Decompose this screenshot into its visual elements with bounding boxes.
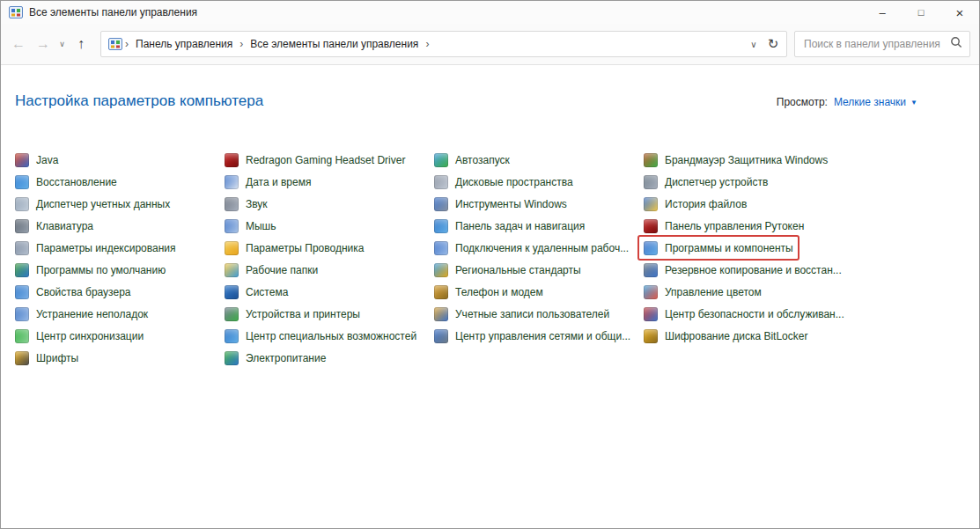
- control-panel-item[interactable]: Брандмауэр Защитника Windows: [639, 149, 832, 171]
- forward-icon[interactable]: →: [31, 32, 55, 56]
- control-panel-item[interactable]: Управление цветом: [639, 281, 766, 303]
- item-label: Центр синхронизации: [36, 330, 144, 342]
- control-panel-item[interactable]: Восстановление: [11, 171, 122, 193]
- phone-modem-icon: [434, 285, 448, 299]
- refresh-icon[interactable]: ↻: [763, 36, 783, 52]
- item-label: Устранение неполадок: [36, 308, 148, 320]
- control-panel-item[interactable]: Свойства браузера: [11, 281, 136, 303]
- item-label: Звук: [246, 198, 268, 210]
- file-history-icon: [644, 197, 658, 211]
- view-mode-value: Мелкие значки: [834, 96, 906, 108]
- back-icon[interactable]: ←: [6, 32, 31, 56]
- control-panel-item[interactable]: Программы по умолчанию: [11, 259, 170, 281]
- item-label: Redragon Gaming Headset Driver: [246, 154, 405, 166]
- control-panel-item[interactable]: Диспетчер учетных данных: [11, 193, 174, 215]
- control-panel-item[interactable]: Центр синхронизации: [11, 325, 148, 347]
- control-panel-item[interactable]: Мышь: [220, 215, 281, 237]
- address-bar[interactable]: › Панель управления › Все элементы панел…: [100, 31, 787, 57]
- control-panel-item[interactable]: Учетные записи пользователей: [430, 303, 614, 325]
- item-label: Региональные стандарты: [455, 264, 581, 276]
- item-label: Шифрование диска BitLocker: [665, 330, 807, 342]
- item-label: Центр специальных возможностей: [246, 330, 416, 342]
- control-panel-item[interactable]: Подключения к удаленным рабоч...: [430, 237, 633, 259]
- item-label: Управление цветом: [665, 286, 762, 298]
- control-panel-item[interactable]: Java: [11, 149, 63, 171]
- power-options-icon: [225, 351, 239, 365]
- control-panel-item[interactable]: Клавиатура: [11, 215, 98, 237]
- recent-locations-icon[interactable]: ∨: [55, 32, 69, 56]
- credential-manager-icon: [15, 197, 29, 211]
- item-label: Центр управления сетями и общи...: [455, 330, 630, 342]
- breadcrumb-chevron-icon: ›: [237, 38, 246, 50]
- sound-icon: [225, 197, 239, 211]
- control-panel-item[interactable]: История файлов: [639, 193, 751, 215]
- fonts-icon: [15, 351, 29, 365]
- minimize-icon[interactable]: –: [863, 1, 902, 24]
- control-panel-item[interactable]: Шрифты: [11, 347, 83, 369]
- control-panel-item[interactable]: Redragon Gaming Headset Driver: [220, 149, 409, 171]
- item-label: Java: [36, 154, 58, 166]
- control-panel-item[interactable]: Панель управления Рутокен: [639, 215, 808, 237]
- breadcrumb-chevron-icon: ›: [423, 38, 431, 50]
- breadcrumb-item-control-panel[interactable]: Панель управления: [131, 38, 237, 50]
- control-panel-item[interactable]: Региональные стандарты: [430, 259, 586, 281]
- control-panel-item[interactable]: Рабочие папки: [220, 259, 322, 281]
- item-label: Диспетчер учетных данных: [36, 198, 170, 210]
- control-panel-item[interactable]: Параметры Проводника: [220, 237, 368, 259]
- control-panel-item[interactable]: Центр безопасности и обслуживан...: [639, 303, 849, 325]
- control-panel-item[interactable]: Шифрование диска BitLocker: [639, 325, 812, 347]
- recovery-icon: [15, 175, 29, 189]
- up-icon[interactable]: ↑: [69, 32, 93, 56]
- internet-options-icon: [15, 285, 29, 299]
- autoplay-icon: [434, 153, 448, 167]
- control-panel-item[interactable]: Телефон и модем: [430, 281, 548, 303]
- item-label: Резервное копирование и восстан...: [665, 264, 842, 276]
- taskbar-navigation-icon: [434, 219, 448, 233]
- troubleshooting-icon: [15, 307, 29, 321]
- item-label: Брандмауэр Защитника Windows: [665, 154, 828, 166]
- control-panel-item[interactable]: Устройства и принтеры: [220, 303, 365, 325]
- search-box[interactable]: [794, 31, 970, 57]
- control-panel-item[interactable]: Устранение неполадок: [11, 303, 152, 325]
- keyboard-icon: [15, 219, 29, 233]
- item-label: Свойства браузера: [36, 286, 131, 298]
- control-panel-item[interactable]: Дисковые пространства: [430, 171, 578, 193]
- control-panel-item[interactable]: Программы и компоненты: [639, 237, 798, 259]
- content-header: Настройка параметров компьютера Просмотр…: [15, 92, 979, 110]
- network-sharing-center-icon: [434, 329, 448, 343]
- control-panel-item[interactable]: Диспетчер устройств: [639, 171, 772, 193]
- search-icon[interactable]: [950, 36, 962, 52]
- indexing-options-icon: [15, 241, 29, 255]
- maximize-icon[interactable]: □: [902, 1, 940, 24]
- control-panel-item[interactable]: Система: [220, 281, 292, 303]
- control-panel-item[interactable]: Дата и время: [220, 171, 315, 193]
- control-panel-item[interactable]: Панель задач и навигация: [430, 215, 589, 237]
- navigation-bar: ← → ∨ ↑ › Панель управления › Все элемен…: [1, 24, 979, 65]
- control-panel-item[interactable]: Параметры индексирования: [11, 237, 180, 259]
- item-label: Панель управления Рутокен: [665, 220, 804, 232]
- control-panel-item[interactable]: Резервное копирование и восстан...: [639, 259, 846, 281]
- breadcrumb-item-all-items[interactable]: Все элементы панели управления: [246, 38, 423, 50]
- view-mode-dropdown[interactable]: Мелкие значки ▼: [834, 96, 917, 108]
- control-panel-item[interactable]: Автозапуск: [430, 149, 514, 171]
- file-explorer-options-icon: [225, 241, 239, 255]
- control-panel-item[interactable]: Звук: [220, 193, 272, 215]
- address-dropdown-icon[interactable]: ∨: [744, 40, 763, 49]
- item-label: Электропитание: [246, 352, 326, 364]
- backup-restore-icon: [644, 263, 658, 277]
- control-panel-icon: [108, 37, 122, 51]
- sync-center-icon: [15, 329, 29, 343]
- items-grid: JavaВосстановлениеДиспетчер учетных данн…: [15, 149, 979, 369]
- control-panel-item[interactable]: Электропитание: [220, 347, 330, 369]
- system-icon: [225, 285, 239, 299]
- control-panel-item[interactable]: Центр управления сетями и общи...: [430, 325, 635, 347]
- item-label: Центр безопасности и обслуживан...: [665, 308, 844, 320]
- control-panel-item[interactable]: Центр специальных возможностей: [220, 325, 421, 347]
- color-management-icon: [644, 285, 658, 299]
- control-panel-item[interactable]: Инструменты Windows: [430, 193, 571, 215]
- ease-of-access-icon: [225, 329, 239, 343]
- close-icon[interactable]: ×: [940, 1, 979, 24]
- item-label: Дисковые пространства: [455, 176, 573, 188]
- region-icon: [434, 263, 448, 277]
- search-input[interactable]: [802, 37, 945, 51]
